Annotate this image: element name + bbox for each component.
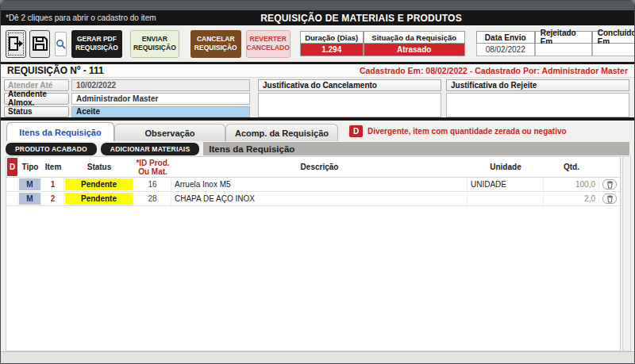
registered-info: Cadastrado Em: 08/02/2022 - Cadastrado P… xyxy=(360,66,628,75)
cell-actions xyxy=(599,178,620,191)
rejeitado-em-field: Rejeitado Em xyxy=(535,31,592,56)
situacao-value: Atrasado xyxy=(364,44,465,56)
status-label: Status xyxy=(4,106,69,118)
save-button[interactable] xyxy=(29,30,50,58)
exit-button[interactable] xyxy=(6,30,26,58)
dates-group: Data Envio 08/02/2022 Rejeitado Em Concl… xyxy=(476,31,635,56)
divergent-badge: D xyxy=(349,125,363,137)
titlebar: *Dê 2 cliques para abrir o cadastro do i… xyxy=(1,10,634,25)
cancelar-requisicao-button[interactable]: CANCELAR REQUISIÇÃO xyxy=(190,30,241,58)
cell-item: 1 xyxy=(42,178,64,191)
data-envio-label: Data Envio xyxy=(476,31,535,44)
page-title: REQUISIÇÃO DE MATERIAIS E PRODUTOS xyxy=(207,13,515,24)
divergent-legend: D Divergente, item com quantidade zerada… xyxy=(349,125,567,137)
items-section-title: Itens da Requisição xyxy=(203,142,629,155)
titlebar-hint: *Dê 2 cliques para abrir o cadastro do i… xyxy=(1,13,207,22)
produto-acabado-button[interactable]: PRODUTO ACABADO xyxy=(6,143,97,155)
cell-tipo: M xyxy=(19,193,41,205)
concluido-em-label: Concluído Em xyxy=(592,31,635,44)
search-button[interactable] xyxy=(55,32,67,56)
delete-item-button[interactable] xyxy=(602,193,617,204)
justificativa-rejeite-input[interactable] xyxy=(446,93,629,117)
concluido-em-value xyxy=(592,44,635,56)
justificativa-cancelamento-input[interactable] xyxy=(258,93,441,117)
table-scrollbar[interactable] xyxy=(622,156,631,351)
table-empty-space xyxy=(6,206,620,351)
status-value[interactable]: Aceite xyxy=(71,106,250,118)
cell-descricao: CHAPA DE AÇO INOX xyxy=(171,192,468,205)
requisition-header: REQUISIÇÃO Nº - 111 Cadastrado Em: 08/02… xyxy=(1,64,634,78)
table-row[interactable]: M 1 Pendente 16 Arruela Inox M5 UNIDADE … xyxy=(6,178,620,192)
requisition-form: Atender Até 10/02/2022 Atendente Almox. … xyxy=(1,78,634,117)
cell-unidade: UNIDADE xyxy=(468,178,544,191)
tab-observacao[interactable]: Observação xyxy=(114,124,225,141)
enviar-requisicao-button[interactable]: ENVIAR REQUISIÇÃO xyxy=(130,30,179,58)
atendente-almox-value[interactable]: Administrador Master xyxy=(71,93,250,105)
cell-descricao: Arruela Inox M5 xyxy=(171,178,468,191)
cell-qtd: 100,0 xyxy=(544,178,599,191)
save-icon xyxy=(30,34,49,53)
reverter-cancelado-button[interactable]: REVERTER CANCELADO xyxy=(246,30,291,58)
situacao-label: Situação da Requisição xyxy=(364,31,465,44)
justificativa-cancelamento-label: Justificativa do Cancelamento xyxy=(258,79,441,91)
column-header-item: Item xyxy=(42,157,64,177)
status-row: Status Aceite xyxy=(4,106,250,118)
cell-id: 28 xyxy=(134,192,171,205)
justificativa-rejeite-panel: Justificativa do Rejeite xyxy=(446,79,629,117)
cell-tipo: M xyxy=(19,178,41,190)
data-envio-value: 08/02/2022 xyxy=(476,44,535,56)
table-row[interactable]: M 2 Pendente 28 CHAPA DE AÇO INOX 2,0 xyxy=(6,192,620,206)
column-header-tipo: Tipo xyxy=(18,157,42,177)
cell-d xyxy=(6,192,18,205)
toolbar: GERAR PDF REQUISIÇÃO ENVIAR REQUISIÇÃO C… xyxy=(1,25,634,62)
rejeitado-em-label: Rejeitado Em xyxy=(535,31,592,44)
data-envio-field: Data Envio 08/02/2022 xyxy=(476,31,535,56)
duracao-field: Duração (Dias) 1.294 xyxy=(300,31,364,56)
cell-id: 16 xyxy=(134,178,171,191)
situation-group: Duração (Dias) 1.294 Situação da Requisi… xyxy=(300,31,465,56)
requisition-number: REQUISIÇÃO Nº - 111 xyxy=(7,65,104,76)
divergent-legend-text: Divergente, item com quantidade zerada o… xyxy=(368,127,567,136)
items-table-area: D Tipo Item Status *ID Prod. Ou Mat. Des… xyxy=(1,156,634,351)
tab-itens-da-requisicao[interactable]: Itens da Requisição xyxy=(6,122,114,141)
tab-bar: Itens da Requisição Observação Acomp. da… xyxy=(1,121,634,141)
column-header-actions xyxy=(599,157,620,177)
atender-ate-value[interactable]: 10/02/2022 xyxy=(71,79,250,91)
search-icon xyxy=(56,39,66,49)
column-header-d: D xyxy=(7,158,17,176)
cell-item: 2 xyxy=(42,192,64,205)
cell-status: Pendente xyxy=(65,178,133,190)
form-fields: Atender Até 10/02/2022 Atendente Almox. … xyxy=(4,79,250,117)
items-toolbar: PRODUTO ACABADO ADICIONAR MATERIAIS Iten… xyxy=(1,141,634,156)
table-header-row: D Tipo Item Status *ID Prod. Ou Mat. Des… xyxy=(6,157,620,178)
column-header-qtd: Qtd. xyxy=(544,157,599,177)
duracao-label: Duração (Dias) xyxy=(300,31,364,44)
justification-panels: Justificativa do Cancelamento Justificat… xyxy=(258,79,629,117)
window-chrome xyxy=(1,1,634,10)
column-header-status: Status xyxy=(64,157,134,177)
duracao-value: 1.294 xyxy=(300,44,364,56)
column-header-id: *ID Prod. Ou Mat. xyxy=(134,157,171,177)
situacao-field: Situação da Requisição Atrasado xyxy=(364,31,465,56)
items-table: D Tipo Item Status *ID Prod. Ou Mat. Des… xyxy=(6,156,621,351)
adicionar-materiais-button[interactable]: ADICIONAR MATERIAIS xyxy=(101,143,199,155)
cell-status: Pendente xyxy=(65,193,133,205)
column-header-unidade: Unidade xyxy=(468,157,544,177)
app-window: *Dê 2 cliques para abrir o cadastro do i… xyxy=(0,0,635,364)
exit-icon xyxy=(6,34,25,53)
cell-qtd: 2,0 xyxy=(544,192,599,205)
justificativa-rejeite-label: Justificativa do Rejeite xyxy=(446,79,629,91)
status-bar xyxy=(1,351,634,363)
cell-d xyxy=(6,178,18,191)
atendente-almox-row: Atendente Almox. Administrador Master xyxy=(4,93,250,105)
rejeitado-em-value xyxy=(535,44,592,56)
tab-acomp-da-requisicao[interactable]: Acomp. da Requisição xyxy=(225,124,338,141)
cell-actions xyxy=(599,192,620,205)
gerar-pdf-requisicao-button[interactable]: GERAR PDF REQUISIÇÃO xyxy=(71,30,122,58)
atendente-almox-label: Atendente Almox. xyxy=(4,93,69,105)
delete-item-button[interactable] xyxy=(602,179,617,190)
trash-icon xyxy=(606,181,614,189)
column-header-descricao: Descrição xyxy=(171,157,468,177)
trash-icon xyxy=(606,195,614,203)
cell-unidade xyxy=(468,192,544,205)
